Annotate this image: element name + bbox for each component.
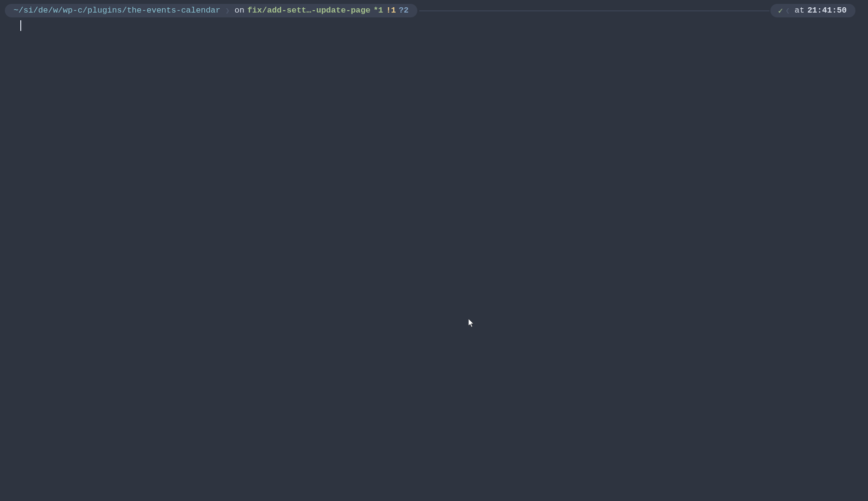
prompt-cap-right	[849, 4, 855, 17]
path-sep: /	[58, 5, 63, 16]
path-sep: /	[33, 5, 38, 16]
prompt-cap-left	[5, 4, 12, 17]
prompt-line: ~/si/de/w/wp-c/plugins/the-events-calend…	[0, 0, 868, 17]
prompt-left-segment: ~/si/de/w/wp-c/plugins/the-events-calend…	[6, 4, 417, 17]
path-seg3: w	[53, 5, 58, 16]
time-segment: at 21:41:50	[793, 4, 849, 17]
prompt-divider	[419, 11, 769, 11]
path-tilde: ~	[14, 5, 18, 16]
on-label: on	[235, 5, 244, 16]
command-input-line[interactable]	[0, 20, 868, 31]
text-cursor	[20, 20, 21, 31]
path-seg4: wp-c	[63, 5, 83, 16]
mouse-cursor-icon	[469, 319, 474, 328]
git-branch: fix/add-sett…-update-page	[247, 5, 370, 16]
path-sep: /	[48, 5, 53, 16]
git-segment: on fix/add-sett…-update-page *1 !1 ?2	[233, 4, 411, 17]
check-icon: ✓	[777, 4, 785, 17]
path-seg5: plugins	[87, 5, 122, 16]
git-modified-indicator: !1	[386, 5, 396, 16]
path-sep: /	[83, 5, 87, 16]
prompt-cap-right-left	[411, 4, 417, 17]
git-staged-indicator: *1	[373, 5, 383, 16]
path-seg2: de	[38, 5, 48, 16]
chevron-right-icon: ❯	[223, 4, 233, 17]
path-sep: /	[122, 5, 127, 16]
at-label: at	[795, 5, 804, 16]
time-value: 21:41:50	[807, 5, 847, 16]
path-final: the-events-calendar	[127, 5, 221, 16]
path-seg1: si	[23, 5, 33, 16]
path-segment: ~/si/de/w/wp-c/plugins/the-events-calend…	[12, 4, 223, 17]
path-sep: /	[18, 5, 23, 16]
prompt-right-segment: ✓ ❮ at 21:41:50	[771, 4, 855, 17]
chevron-left-icon: ❮	[785, 4, 793, 17]
prompt-cap-left-right	[770, 4, 777, 17]
git-untracked-indicator: ?2	[399, 5, 409, 16]
